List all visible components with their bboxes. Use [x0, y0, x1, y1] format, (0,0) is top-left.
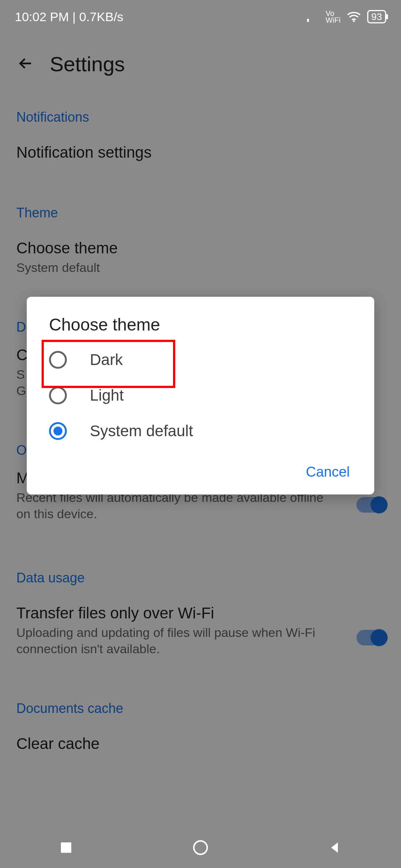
radio-icon	[49, 387, 67, 404]
svg-rect-4	[317, 11, 319, 22]
svg-point-7	[194, 841, 207, 854]
option-label: Light	[90, 387, 124, 404]
radio-icon	[49, 422, 67, 440]
wifi-icon	[346, 11, 361, 22]
nav-home-button[interactable]	[192, 839, 209, 856]
dialog-title: Choose theme	[27, 315, 374, 342]
svg-point-5	[353, 20, 355, 22]
radio-icon	[49, 351, 67, 369]
option-label: Dark	[90, 351, 123, 369]
status-bar: 10:02 PM | 0.7KB/s Vo WiFi 93	[0, 0, 401, 33]
svg-rect-3	[315, 13, 317, 22]
vowifi-icon: Vo WiFi	[326, 10, 340, 23]
nav-recent-button[interactable]	[59, 841, 73, 854]
svg-rect-2	[312, 15, 314, 22]
nav-back-button[interactable]	[328, 841, 342, 854]
nav-bar	[0, 827, 401, 868]
option-label: System default	[90, 422, 193, 440]
theme-option-system-default[interactable]: System default	[27, 413, 374, 449]
svg-rect-0	[307, 19, 309, 22]
battery-percent: 93	[371, 11, 382, 22]
status-time: 10:02 PM | 0.7KB/s	[15, 10, 123, 24]
theme-option-light[interactable]: Light	[27, 378, 374, 413]
choose-theme-dialog: Choose theme Dark Light System default C…	[27, 297, 374, 494]
battery-icon: 93	[367, 10, 386, 23]
theme-option-dark[interactable]: Dark	[27, 342, 374, 378]
svg-rect-6	[61, 842, 71, 853]
svg-rect-1	[310, 17, 312, 22]
cancel-button[interactable]: Cancel	[304, 464, 352, 480]
cellular-signal-icon	[307, 11, 320, 22]
